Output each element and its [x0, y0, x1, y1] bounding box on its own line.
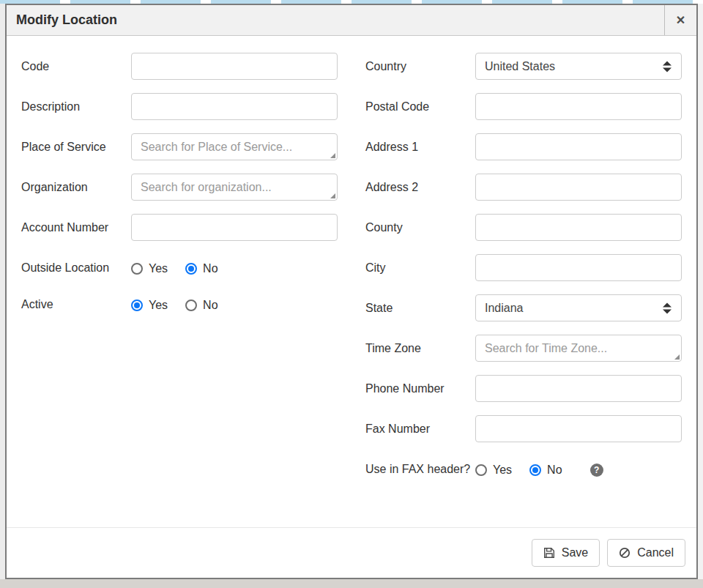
field-row-use-in-fax-header: Use in FAX header?YesNo?	[365, 455, 682, 479]
field-control-address-2	[475, 174, 682, 201]
form-column-right: CountryUnited StatesPostal CodeAddress 1…	[365, 53, 682, 492]
field-row-account-number: Account Number	[21, 214, 338, 241]
use-in-fax-header-radio-yes[interactable]: Yes	[475, 464, 512, 477]
field-row-organization: OrganizationSearch for organization...	[21, 174, 338, 201]
background-page-left-edge	[0, 4, 5, 579]
address-1-input[interactable]	[475, 133, 682, 160]
radio-icon	[529, 464, 541, 476]
field-label-use-in-fax-header: Use in FAX header?	[365, 455, 475, 478]
radio-option-label: Yes	[149, 262, 168, 275]
field-control-postal-code	[475, 93, 682, 120]
phone-number-input[interactable]	[475, 375, 682, 402]
field-row-state: StateIndiana	[365, 294, 682, 321]
field-label-country: Country	[365, 53, 475, 75]
close-button[interactable]: ✕	[664, 5, 696, 35]
field-control-phone-number	[475, 375, 682, 402]
save-button[interactable]: Save	[532, 539, 600, 567]
field-row-city: City	[365, 254, 682, 281]
field-row-phone-number: Phone Number	[365, 375, 682, 402]
radio-option-label: No	[203, 262, 217, 275]
organization-combobox[interactable]: Search for organization...	[131, 174, 338, 201]
code-input[interactable]	[131, 53, 338, 80]
field-label-address-1: Address 1	[365, 133, 475, 156]
county-input[interactable]	[475, 214, 682, 241]
time-zone-placeholder: Search for Time Zone...	[485, 342, 607, 355]
save-icon	[543, 547, 555, 559]
field-row-time-zone: Time ZoneSearch for Time Zone...	[365, 335, 682, 362]
field-label-time-zone: Time Zone	[365, 335, 475, 357]
field-row-address-2: Address 2	[365, 174, 682, 201]
resize-grip-icon	[330, 193, 335, 198]
place-of-service-combobox[interactable]: Search for Place of Service...	[131, 133, 338, 160]
outside-location-radio-no[interactable]: No	[185, 262, 217, 275]
use-in-fax-header-radio-no[interactable]: No	[529, 464, 562, 477]
active-radio-no[interactable]: No	[185, 299, 217, 312]
resize-grip-icon	[330, 153, 335, 158]
close-icon: ✕	[676, 13, 685, 27]
radio-icon	[131, 263, 143, 275]
organization-placeholder: Search for organization...	[141, 181, 272, 194]
outside-location-radio-group: YesNo	[131, 259, 338, 278]
select-caret-icon	[663, 302, 672, 313]
modify-location-dialog: Modify Location ✕ CodeDescriptionPlace o…	[5, 4, 698, 579]
country-select[interactable]: United States	[475, 53, 682, 80]
field-control-code	[131, 53, 338, 80]
description-input[interactable]	[131, 93, 338, 120]
field-label-fax-number: Fax Number	[365, 415, 475, 438]
field-control-country: United States	[475, 53, 682, 80]
field-row-place-of-service: Place of ServiceSearch for Place of Serv…	[21, 133, 338, 160]
field-control-account-number	[131, 214, 338, 241]
save-button-label: Save	[562, 546, 588, 559]
field-control-active: YesNo	[131, 291, 338, 314]
active-radio-group: YesNo	[131, 296, 338, 314]
field-label-description: Description	[21, 93, 131, 116]
outside-location-radio-yes[interactable]: Yes	[131, 262, 168, 275]
field-control-county	[475, 214, 682, 241]
radio-icon	[475, 464, 487, 476]
help-icon[interactable]: ?	[590, 464, 603, 477]
field-label-place-of-service: Place of Service	[21, 133, 131, 156]
state-selected-value: Indiana	[485, 302, 524, 315]
field-label-code: Code	[21, 53, 131, 75]
field-control-organization: Search for organization...	[131, 174, 338, 201]
use-in-fax-header-radio-group: YesNo?	[475, 461, 682, 479]
cancel-button-label: Cancel	[637, 546, 674, 559]
field-row-code: Code	[21, 53, 338, 80]
radio-option-label: Yes	[493, 464, 512, 477]
field-row-county: County	[365, 214, 682, 241]
dialog-footer: Save Cancel	[7, 527, 696, 578]
radio-icon	[185, 263, 197, 275]
address-2-input[interactable]	[475, 174, 682, 201]
field-row-active: ActiveYesNo	[21, 291, 338, 314]
field-control-description	[131, 93, 338, 120]
account-number-input[interactable]	[131, 214, 338, 241]
field-control-address-1	[475, 133, 682, 160]
time-zone-combobox[interactable]: Search for Time Zone...	[475, 335, 682, 362]
state-select[interactable]: Indiana	[475, 294, 682, 321]
field-control-state: Indiana	[475, 294, 682, 321]
field-row-address-1: Address 1	[365, 133, 682, 160]
field-label-outside-location: Outside Location	[21, 254, 131, 277]
select-caret-icon	[663, 61, 672, 72]
field-label-postal-code: Postal Code	[365, 93, 475, 116]
field-label-county: County	[365, 214, 475, 237]
cancel-icon	[619, 547, 631, 559]
dialog-title: Modify Location	[7, 5, 664, 35]
field-row-description: Description	[21, 93, 338, 120]
radio-option-label: No	[547, 464, 562, 477]
field-label-account-number: Account Number	[21, 214, 131, 237]
active-radio-yes[interactable]: Yes	[131, 299, 168, 312]
city-input[interactable]	[475, 254, 682, 281]
field-control-time-zone: Search for Time Zone...	[475, 335, 682, 362]
background-page-bottom	[0, 579, 703, 588]
cancel-button[interactable]: Cancel	[607, 539, 685, 567]
field-row-country: CountryUnited States	[365, 53, 682, 80]
field-row-fax-number: Fax Number	[365, 415, 682, 442]
field-control-fax-number	[475, 415, 682, 442]
fax-number-input[interactable]	[475, 415, 682, 442]
field-row-postal-code: Postal Code	[365, 93, 682, 120]
field-label-state: State	[365, 294, 475, 317]
place-of-service-placeholder: Search for Place of Service...	[141, 141, 292, 154]
postal-code-input[interactable]	[475, 93, 682, 120]
field-label-active: Active	[21, 291, 131, 313]
